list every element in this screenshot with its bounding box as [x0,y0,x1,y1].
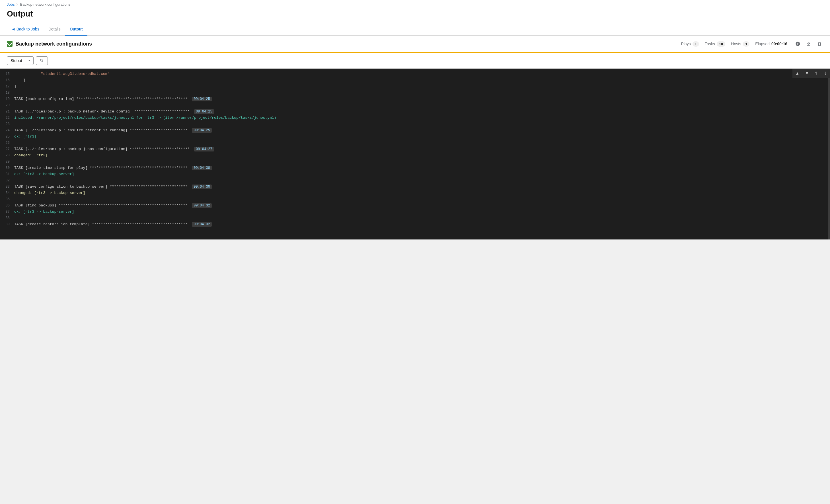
timestamp-badge: 09:04:32 [192,203,212,208]
job-status-icon [7,41,12,47]
job-stats: Plays 1 Tasks 10 Hosts 1 Elapsed 00:00:1… [681,41,787,47]
scroll-up-button[interactable]: ▲ [792,69,802,78]
line-number: 38 [0,215,14,221]
stdout-select[interactable]: Stdout [7,56,34,65]
job-name: Backup network configurations [15,41,92,47]
tab-back-to-jobs[interactable]: ◄ Back to Jobs [7,23,44,36]
line-number: 20 [0,102,14,108]
stat-elapsed: Elapsed 00:00:16 [755,41,787,46]
scroll-bottom-button[interactable]: ⇓ [821,69,830,78]
search-button[interactable] [36,56,48,65]
line-number: 15 [0,71,14,77]
scroll-top-button[interactable]: ⇑ [812,69,821,78]
line-content: TASK [create time stamp for play] ******… [14,165,830,171]
timestamp-badge: 09:04:30 [192,185,212,189]
output-line: 36TASK [find backups] ******************… [0,202,830,209]
stat-hosts-value: 1 [743,41,749,47]
output-line: 34changed: [rtr3 -> backup-server] [0,190,830,196]
line-number: 25 [0,133,14,140]
line-number: 37 [0,209,14,215]
line-content: TASK [save configuration to backup serve… [14,184,830,190]
output-line: 21TASK [../roles/backup : backup network… [0,108,830,115]
line-number: 26 [0,140,14,146]
timestamp-badge: 09:04:25 [194,109,214,114]
job-header: Backup network configurations Plays 1 Ta… [0,36,830,53]
stat-plays-label: Plays [681,41,691,46]
line-number: 16 [0,77,14,84]
line-number: 23 [0,121,14,127]
scroll-controls: ▲ ▼ ⇑ ⇓ [792,69,830,78]
output-line: 31ok: [rtr3 -> backup-server] [0,171,830,178]
stat-plays-value: 1 [693,41,699,47]
line-content: included: /runner/project/roles/backup/t… [14,115,830,121]
output-line: 15 "student1.aug31.demoredhat.com" [0,71,830,77]
line-content: ] [14,77,830,84]
output-lines: 15 "student1.aug31.demoredhat.com"16 ]17… [0,69,830,230]
line-number: 39 [0,221,14,227]
line-number: 31 [0,171,14,178]
timestamp-badge: 09:04:25 [192,128,212,133]
line-content: TASK [../roles/backup : ensuire netconf … [14,127,830,133]
stdout-dropdown-button[interactable] [25,57,33,64]
line-number: 19 [0,96,14,102]
line-content: } [14,84,830,90]
line-number: 21 [0,108,14,115]
output-line: 39TASK [create restore job template] ***… [0,221,830,227]
line-number: 18 [0,90,14,96]
output-line: 17} [0,84,830,90]
job-actions [794,40,823,48]
line-content: ok: [rtr3] [14,133,830,140]
output-line: 19TASK [backup configuration] **********… [0,96,830,102]
output-line: 32 [0,178,830,184]
job-title-section: Backup network configurations [7,41,92,47]
scrollbar[interactable] [828,69,830,240]
line-number: 24 [0,127,14,133]
stat-tasks-label: Tasks [705,41,715,46]
output-line: 23 [0,121,830,127]
output-line: 20 [0,102,830,108]
output-line: 24TASK [../roles/backup : ensuire netcon… [0,127,830,133]
stdout-label: Stdout [7,57,25,65]
output-line: 25ok: [rtr3] [0,133,830,140]
line-content: TASK [../roles/backup : backup junos con… [14,146,830,152]
output-line: 33TASK [save configuration to backup ser… [0,184,830,190]
delete-icon-button[interactable] [816,40,823,48]
tab-bar: ◄ Back to Jobs Details Output [0,23,830,36]
output-line: 26 [0,140,830,146]
stat-hosts: Hosts 1 [731,41,749,47]
output-line: 29 [0,159,830,165]
stat-tasks-value: 10 [717,41,725,47]
output-line: 18 [0,90,830,96]
tab-output[interactable]: Output [65,23,87,36]
output-line: 16 ] [0,77,830,84]
line-number: 36 [0,202,14,209]
rocket-icon-button[interactable] [794,40,802,48]
download-icon-button[interactable] [805,40,812,48]
line-content: changed: [rtr3] [14,152,830,159]
line-number: 35 [0,196,14,202]
line-content: changed: [rtr3 -> backup-server] [14,190,830,196]
line-content: TASK [../roles/backup : backup network d… [14,108,830,115]
breadcrumb: Jobs > Backup network configurations [7,2,823,6]
line-content: TASK [create restore job template] *****… [14,221,830,227]
line-number: 29 [0,159,14,165]
line-number: 33 [0,184,14,190]
stat-plays: Plays 1 [681,41,699,47]
breadcrumb-jobs-link[interactable]: Jobs [7,2,14,6]
scroll-down-button[interactable]: ▼ [802,69,812,78]
line-number: 22 [0,115,14,121]
output-line: 37ok: [rtr3 -> backup-server] [0,209,830,215]
output-wrapper: ▲ ▼ ⇑ ⇓ 15 "student1.aug31.demoredhat.co… [0,69,830,240]
stat-elapsed-label: Elapsed [755,41,770,46]
output-line: 35 [0,196,830,202]
tab-details[interactable]: Details [44,23,65,36]
line-number: 30 [0,165,14,171]
timestamp-badge: 09:04:27 [194,147,214,152]
output-area: ▲ ▼ ⇑ ⇓ 15 "student1.aug31.demoredhat.co… [0,69,830,240]
top-bar: Jobs > Backup network configurations Out… [0,0,830,23]
line-number: 27 [0,146,14,152]
output-line: 22included: /runner/project/roles/backup… [0,115,830,121]
timestamp-badge: 09:04:30 [192,166,212,170]
line-number: 28 [0,152,14,159]
line-number: 17 [0,84,14,90]
